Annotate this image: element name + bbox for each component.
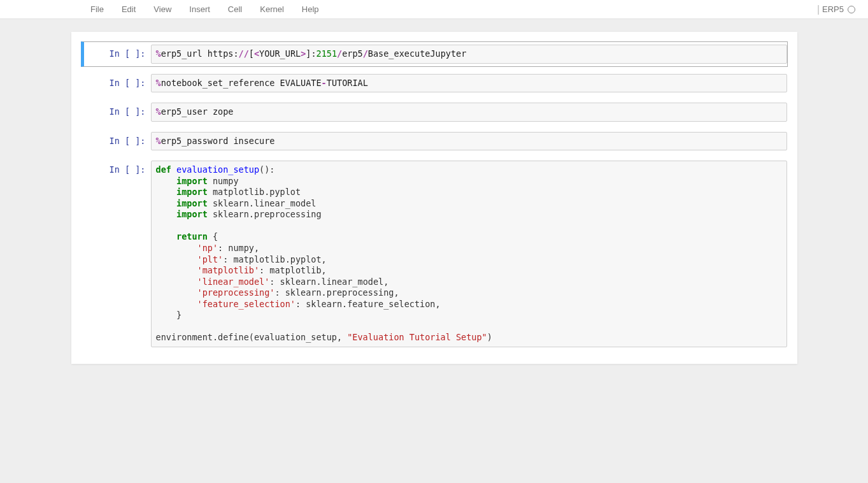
code-input[interactable]: %notebook_set_reference EVALUATE-TUTORIA… (151, 74, 787, 93)
menu-file[interactable]: File (82, 0, 113, 19)
input-prompt: In [ ]: (84, 103, 151, 117)
code-cell[interactable]: In [ ]:def evaluation_setup(): import nu… (81, 157, 788, 350)
code-input[interactable]: %erp5_url https://[<YOUR_URL>]:2151/erp5… (151, 45, 787, 64)
menu-edit[interactable]: Edit (113, 0, 145, 19)
input-prompt: In [ ]: (84, 132, 151, 146)
code-input[interactable]: %erp5_password insecure (151, 132, 787, 151)
code-cell[interactable]: In [ ]:%erp5_password insecure (81, 129, 788, 154)
code-cell[interactable]: In [ ]:%erp5_url https://[<YOUR_URL>]:21… (81, 41, 788, 67)
menu-view[interactable]: View (145, 0, 180, 19)
input-prompt: In [ ]: (84, 74, 151, 88)
input-prompt: In [ ]: (84, 161, 151, 175)
menubar: File Edit View Insert Cell Kernel Help |… (0, 0, 868, 19)
code-input[interactable]: def evaluation_setup(): import numpy imp… (151, 161, 787, 347)
kernel-name: ERP5 (822, 4, 844, 14)
notebook-container: In [ ]:%erp5_url https://[<YOUR_URL>]:21… (71, 32, 797, 364)
kernel-indicator: | ERP5 (817, 4, 855, 15)
menu-kernel[interactable]: Kernel (251, 0, 293, 19)
kernel-separator: | (817, 4, 820, 15)
kernel-status-icon (848, 6, 855, 13)
code-input[interactable]: %erp5_user zope (151, 103, 787, 122)
code-cell[interactable]: In [ ]:%notebook_set_reference EVALUATE-… (81, 71, 788, 96)
input-prompt: In [ ]: (84, 45, 151, 59)
menu-insert[interactable]: Insert (180, 0, 219, 19)
menu-cell[interactable]: Cell (219, 0, 251, 19)
code-cell[interactable]: In [ ]:%erp5_user zope (81, 99, 788, 125)
menu-help[interactable]: Help (293, 0, 328, 19)
